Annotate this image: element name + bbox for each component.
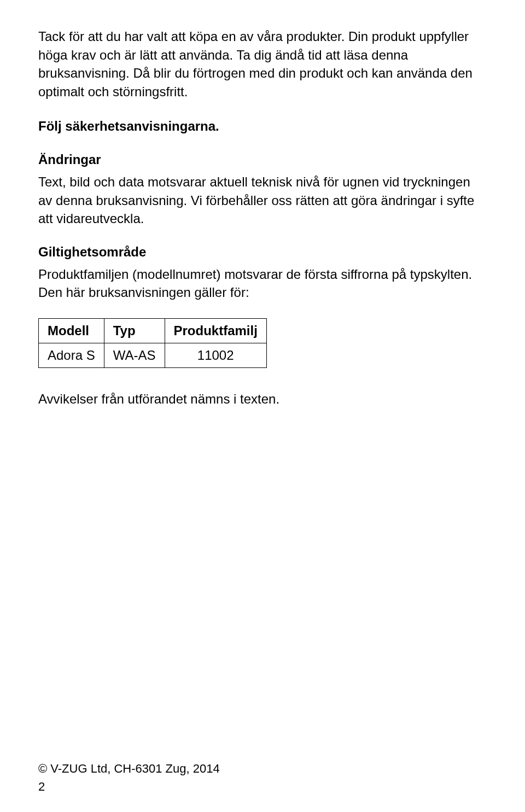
table-cell-model: Adora S (39, 343, 104, 367)
table-cell-type: WA-AS (104, 343, 165, 367)
deviations-text: Avvikelser från utförandet nämns i texte… (38, 390, 487, 408)
footer: © V-ZUG Ltd, CH-6301 Zug, 2014 2 (38, 760, 220, 796)
table-row: Adora S WA-AS 11002 (39, 343, 267, 367)
table-header-family: Produktfamilj (165, 318, 266, 343)
changes-heading: Ändringar (38, 152, 487, 167)
table-header-row: Modell Typ Produktfamilj (39, 318, 267, 343)
model-table: Modell Typ Produktfamilj Adora S WA-AS 1… (38, 318, 267, 368)
validity-text: Produktfamiljen (modellnumret) motsvarar… (38, 265, 487, 302)
validity-heading: Giltighetsområde (38, 244, 487, 260)
copyright-text: © V-ZUG Ltd, CH-6301 Zug, 2014 (38, 760, 220, 778)
changes-text: Text, bild och data motsvarar aktuell te… (38, 173, 487, 228)
table-cell-family: 11002 (165, 343, 266, 367)
page-number: 2 (38, 778, 220, 796)
intro-paragraph-1: Tack för att du har valt att köpa en av … (38, 27, 487, 101)
table-header-type: Typ (104, 318, 165, 343)
safety-instruction: Följ säkerhetsanvisningarna. (38, 117, 487, 136)
table-header-model: Modell (39, 318, 104, 343)
